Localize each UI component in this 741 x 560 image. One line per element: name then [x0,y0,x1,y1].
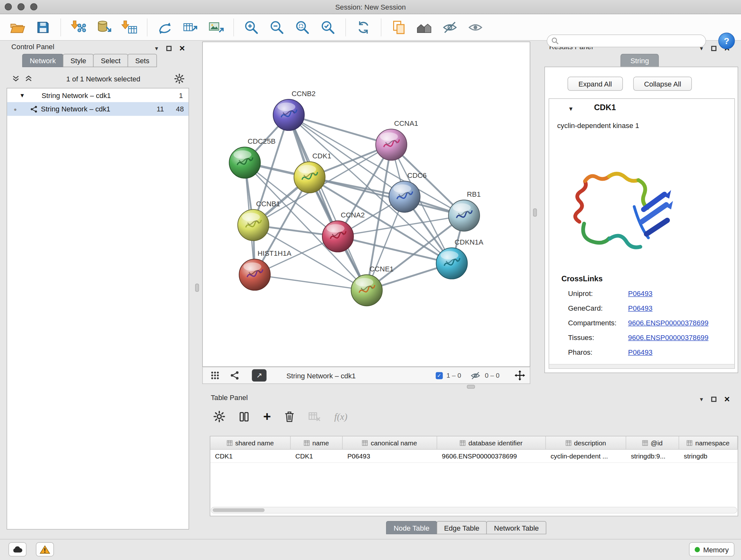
cloud-status-button[interactable] [9,543,26,557]
toolbar-search[interactable] [547,35,706,47]
open-session-button[interactable] [9,18,26,37]
apply-layout-button[interactable] [354,18,373,37]
table-settings-gear-icon[interactable] [213,411,225,422]
node-CDC6[interactable]: CDC6 [389,172,427,212]
tab-select[interactable]: Select [93,54,128,67]
tab-edge-table[interactable]: Edge Table [436,521,487,534]
maximize-panel-icon[interactable] [711,396,716,401]
collapse-all-button[interactable]: Collapse All [633,77,692,91]
scrollbar-thumb[interactable] [212,508,265,512]
node-CDC25B[interactable]: CDC25B [229,137,275,178]
table-cell[interactable]: 9606.ENSP00000378699 [437,449,546,462]
collapse-all-icon[interactable] [12,75,19,82]
column-header-namespace[interactable]: namespace [679,436,738,449]
network-options-gear-icon[interactable] [174,73,184,83]
left-splitter-handle[interactable] [195,284,199,292]
zoom-out-button[interactable] [268,18,286,37]
network-row[interactable]: ● String Network – cdk1 11 48 [7,102,189,116]
collection-disclosure-icon[interactable]: ▼ [19,92,25,99]
import-network-database-button[interactable] [95,18,113,37]
table-cell[interactable]: cyclin-dependent ... [546,449,626,462]
close-panel-icon[interactable]: × [724,394,730,404]
import-table-button[interactable] [121,18,138,37]
results-scrollbar[interactable] [549,364,734,368]
node-CCNA1[interactable]: CCNA1 [376,119,418,160]
column-header-name[interactable]: name [291,436,343,449]
duplicate-network-button[interactable] [390,18,408,37]
tab-style[interactable]: Style [63,54,94,67]
table-cell[interactable]: CDK1 [291,449,343,462]
column-header-database-identifier[interactable]: database identifier [437,436,546,449]
table-horizontal-scrollbar[interactable] [211,507,737,513]
table-cell[interactable]: CDK1 [210,449,291,462]
tab-network[interactable]: Network [22,54,64,67]
tab-network-table[interactable]: Network Table [486,521,546,534]
maximize-panel-icon[interactable] [166,46,172,51]
crosslink-row: GeneCard:P06493 [568,304,734,313]
edge-CDK1-RB1[interactable] [310,177,464,215]
birdseye-toggle-button[interactable]: ↗ [252,369,266,382]
warnings-button[interactable] [36,543,54,557]
edge-CCNB2-CCNA1[interactable] [289,115,391,145]
node-CDKN1A[interactable]: CDKN1A [436,238,483,279]
network-collection-row[interactable]: ▼ String Network – cdk1 1 [7,88,189,102]
tab-node-table[interactable]: Node Table [386,521,437,534]
column-header-description[interactable]: description [546,436,626,449]
zoom-selected-button[interactable] [319,18,337,37]
export-table-button[interactable] [182,18,199,37]
save-session-button[interactable] [34,18,52,37]
hidden-eye-slash-icon[interactable] [470,371,481,379]
crosslink-link[interactable]: P06493 [628,289,653,298]
memory-button[interactable]: Memory [689,543,734,557]
pan-crosshair-icon[interactable] [515,370,525,381]
table-cell[interactable]: stringdb [679,449,738,462]
right-splitter-handle[interactable] [533,208,537,216]
crosslink-link[interactable]: P06493 [628,348,653,356]
bottom-splitter-handle[interactable] [467,385,475,388]
float-panel-icon[interactable]: ▾ [155,45,158,51]
add-column-icon[interactable]: + [263,410,271,423]
node-CCNB2[interactable]: CCNB2 [273,90,316,131]
table-cell[interactable]: P06493 [343,449,437,462]
network-view-share-icon[interactable] [230,371,240,380]
maximize-panel-icon[interactable] [711,46,716,51]
node-label-HIST1H1A: HIST1H1A [258,249,291,257]
export-image-button[interactable] [207,18,225,37]
zoom-in-button[interactable] [243,18,260,37]
hide-selected-button[interactable] [441,18,459,37]
birdseye-homes-button[interactable] [415,18,433,37]
show-columns-icon[interactable] [239,411,250,422]
edge-HIST1H1A-CCNE1[interactable] [255,274,367,290]
network-canvas[interactable]: CCNB2CCNA1CDC25BCDK1CDC6RB1CCNB1CCNA2CDK… [202,42,530,367]
node-RB1[interactable]: RB1 [448,190,481,231]
crosslink-link[interactable]: 9606.ENSP00000378699 [628,333,709,342]
network-merge-button[interactable] [156,18,174,37]
expand-all-button[interactable]: Expand All [568,77,623,91]
tab-sets[interactable]: Sets [128,54,157,67]
float-panel-icon[interactable]: ▾ [700,396,703,402]
delete-trash-icon[interactable] [285,411,294,422]
crosslink-link[interactable]: P06493 [628,304,653,313]
results-tab-string[interactable]: String [620,54,659,67]
toolbar-separator [346,18,346,36]
import-network-file-button[interactable] [70,18,87,37]
edge-CCNB2-CCNE1[interactable] [289,115,367,290]
gene-disclosure-icon[interactable]: ▼ [568,105,574,112]
column-header--id[interactable]: @id [626,436,679,449]
close-panel-icon[interactable]: × [179,44,185,53]
crosslink-link[interactable]: 9606.ENSP00000378699 [628,318,709,327]
function-builder-icon[interactable]: f(x) [334,411,347,422]
node-HIST1H1A[interactable]: HIST1H1A [239,249,291,290]
search-input[interactable] [561,37,701,45]
selected-checkbox-icon[interactable]: ✓ [435,372,443,379]
column-header-shared-name[interactable]: shared name [210,436,291,449]
zoom-fit-button[interactable] [293,18,312,37]
node-CCNB1[interactable]: CCNB1 [238,200,280,241]
column-header-canonical-name[interactable]: canonical name [343,436,437,449]
grid-view-icon[interactable] [210,371,220,380]
help-button[interactable]: ? [718,33,735,49]
table-row[interactable]: CDK1CDK1P064939606.ENSP00000378699cyclin… [210,449,738,462]
show-all-button[interactable] [467,18,484,37]
table-cell[interactable]: stringdb:9... [626,449,679,462]
expand-all-icon[interactable] [25,75,32,82]
